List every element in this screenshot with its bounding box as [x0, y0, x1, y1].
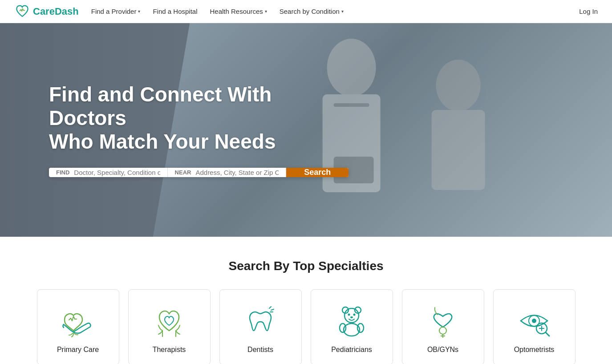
specialties-title: Search By Top Specialties	[36, 259, 576, 273]
nav-find-hospital[interactable]: Find a Hospital	[153, 8, 197, 15]
logo[interactable]: CareDash	[14, 4, 79, 20]
chevron-down-icon: ▾	[138, 9, 140, 14]
svg-point-19	[357, 324, 364, 332]
specialty-card-ob-gyns[interactable]: OB/GYNs	[402, 289, 484, 364]
specialty-label-dentists: Dentists	[247, 346, 273, 354]
optometrists-icon	[516, 303, 552, 339]
svg-point-20	[439, 327, 446, 334]
logo-text: CareDash	[33, 6, 79, 17]
nav-left: CareDash Find a Provider ▾ Find a Hospit…	[14, 4, 344, 20]
specialty-label-optometrists: Optometrists	[514, 346, 555, 354]
specialty-card-dentists[interactable]: Dentists	[219, 289, 302, 364]
near-field: NEAR	[168, 168, 287, 177]
svg-point-18	[340, 324, 346, 332]
svg-line-9	[271, 309, 274, 310]
pediatricians-icon	[334, 303, 369, 339]
nav-find-provider[interactable]: Find a Provider ▾	[91, 8, 141, 15]
login-button[interactable]: Log In	[579, 8, 598, 15]
svg-point-16	[350, 316, 353, 318]
search-bar: FIND NEAR Search	[49, 168, 349, 177]
specialties-grid: Primary Care Therapists	[36, 289, 576, 364]
search-button[interactable]: Search	[286, 168, 349, 177]
find-label: FIND	[56, 169, 69, 176]
dentists-icon	[243, 303, 278, 339]
specialty-card-pediatricians[interactable]: Pediatricians	[311, 289, 393, 364]
near-input[interactable]	[195, 169, 279, 176]
specialty-label-therapists: Therapists	[153, 346, 186, 354]
specialty-label-pediatricians: Pediatricians	[331, 346, 372, 354]
find-input[interactable]	[74, 169, 160, 176]
hero-content: Find and Connect With Doctors Who Match …	[0, 83, 349, 177]
svg-point-24	[532, 319, 536, 323]
chevron-down-icon: ▾	[265, 9, 267, 14]
svg-rect-4	[431, 110, 485, 190]
hero-title: Find and Connect With Doctors Who Match …	[49, 83, 316, 154]
primary-care-icon	[60, 303, 96, 339]
specialty-card-primary-care[interactable]: Primary Care	[37, 289, 119, 364]
specialties-section: Search By Top Specialties Primary Care	[0, 237, 612, 364]
hero-section: Find and Connect With Doctors Who Match …	[0, 23, 612, 237]
specialty-label-primary-care: Primary Care	[57, 346, 99, 354]
find-field: FIND	[49, 168, 168, 177]
ob-gyns-icon	[425, 303, 461, 339]
nav-search-by-condition[interactable]: Search by Condition ▾	[280, 8, 344, 15]
specialty-card-therapists[interactable]: Therapists	[128, 289, 211, 364]
svg-line-8	[269, 307, 271, 308]
logo-icon	[14, 4, 30, 20]
svg-point-3	[436, 60, 480, 111]
main-nav: CareDash Find a Provider ▾ Find a Hospit…	[0, 0, 612, 23]
specialty-card-optometrists[interactable]: Optometrists	[493, 289, 576, 364]
chevron-down-icon: ▾	[341, 9, 344, 14]
nav-health-resources[interactable]: Health Resources ▾	[210, 8, 267, 15]
therapists-icon	[151, 303, 187, 339]
svg-line-26	[546, 332, 549, 336]
svg-point-15	[353, 314, 356, 316]
near-label: NEAR	[175, 169, 191, 176]
svg-point-14	[348, 314, 350, 316]
specialty-label-ob-gyns: OB/GYNs	[427, 346, 458, 354]
